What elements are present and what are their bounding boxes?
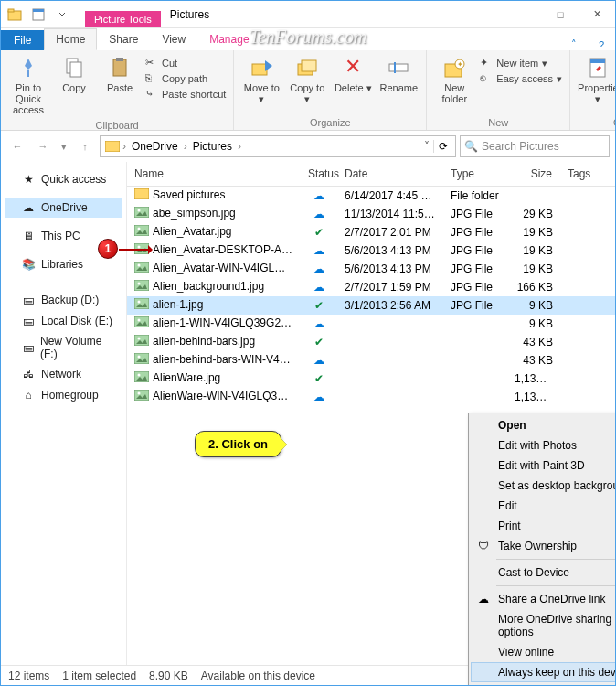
status-size: 8.90 KB	[149, 670, 188, 682]
crumb-pictures[interactable]: Pictures	[189, 140, 236, 153]
copy-label: Copy	[62, 82, 86, 93]
nav-item-onedrive[interactable]: ☁OneDrive	[5, 198, 122, 218]
img-icon	[134, 280, 149, 295]
svg-rect-11	[302, 60, 316, 71]
file-row[interactable]: abe_simpson.jpg☁11/13/2014 11:59 PMJPG F…	[127, 205, 615, 223]
svg-point-42	[138, 392, 141, 395]
nav-item-network[interactable]: 🖧Network	[5, 364, 122, 384]
menu-always-keep-on-this-device[interactable]: Always keep on this device	[471, 662, 616, 682]
menu-set-as-desktop-background[interactable]: Set as desktop background	[471, 476, 616, 496]
forward-button[interactable]: →	[32, 135, 54, 157]
menu-more-onedrive-sharing-options[interactable]: More OneDrive sharing options	[471, 609, 616, 642]
menu-print[interactable]: Print	[471, 516, 616, 536]
menu-open[interactable]: Open	[471, 415, 616, 435]
nav-item-local-disk-e-[interactable]: 🖴Local Disk (E:)	[5, 311, 122, 331]
paste-label: Paste	[107, 82, 133, 93]
file-row[interactable]: alien-1.jpg✔3/1/2013 2:56 AMJPG File9 KB	[127, 296, 615, 315]
address-dropdown[interactable]: ˅	[420, 140, 433, 153]
copy-button[interactable]: Copy	[52, 52, 96, 96]
close-button[interactable]: ✕	[579, 2, 615, 27]
file-row[interactable]: Alien_background1.jpg☁2/7/2017 1:59 PMJP…	[127, 278, 615, 296]
paste-shortcut-button[interactable]: ⤷Paste shortcut	[143, 87, 228, 102]
paste-button[interactable]: Paste	[98, 52, 142, 96]
recent-locations-button[interactable]: ▾	[58, 135, 70, 157]
address-bar[interactable]: › OneDrive › Pictures › ˅ ⟳	[100, 135, 456, 157]
pin-quick-access-button[interactable]: Pin to Quick access	[6, 52, 50, 118]
open-group-label: Open	[576, 115, 616, 128]
ribbon-help-icon[interactable]: ?	[588, 39, 615, 50]
qat-properties-icon[interactable]	[28, 5, 48, 25]
ribbon-help[interactable]: ˄	[560, 38, 588, 50]
file-tab[interactable]: File	[1, 30, 44, 50]
menu-cast-to-device[interactable]: Cast to Device▶	[471, 563, 616, 583]
menu-take-ownership[interactable]: 🛡Take Ownership	[471, 536, 616, 556]
col-status-header[interactable]: Status	[301, 162, 337, 186]
file-row[interactable]: alien-1-WIN-V4IGLQ39G2B.jpg☁9 KB	[127, 315, 615, 333]
explorer-icon	[5, 5, 25, 25]
minimize-button[interactable]: —	[505, 2, 542, 27]
copy-to-button[interactable]: Copy to ▾	[285, 52, 329, 108]
img-icon	[134, 316, 149, 331]
svg-rect-33	[134, 316, 149, 327]
refresh-button[interactable]: ⟳	[433, 140, 451, 153]
menu-edit-with-paint-3d[interactable]: Edit with Paint 3D	[471, 456, 616, 476]
menu-edit-with-photos[interactable]: Edit with Photos	[471, 435, 616, 456]
window-title: Pictures	[170, 8, 209, 21]
status-icon: ☁	[301, 316, 337, 331]
menu-view-online[interactable]: View online	[471, 642, 616, 662]
nav-item-backup-d-[interactable]: 🖴Backup (D:)	[5, 290, 122, 310]
home-tab[interactable]: Home	[44, 28, 97, 50]
col-size-header[interactable]: Size	[507, 162, 560, 186]
col-tags-header[interactable]: Tags	[560, 162, 615, 186]
search-box[interactable]: 🔍 Search Pictures	[460, 135, 610, 157]
crumb-onedrive[interactable]: OneDrive	[128, 140, 182, 153]
context-tab-group: Picture Tools	[85, 11, 161, 27]
back-button[interactable]: ←	[6, 135, 28, 157]
move-to-button[interactable]: Move to ▾	[239, 52, 283, 108]
nav-item-homegroup[interactable]: ⌂Homegroup	[5, 385, 122, 405]
new-item-button[interactable]: ✦New item ▾	[478, 56, 564, 70]
share-tab[interactable]: Share	[97, 28, 150, 50]
up-button[interactable]: ↑	[74, 135, 96, 157]
svg-rect-6	[70, 62, 81, 77]
menu-free-up-space[interactable]: Free up space	[471, 682, 616, 686]
qat-dropdown-icon[interactable]	[52, 5, 72, 25]
file-row[interactable]: Alien_Avatar-WIN-V4IGLQ39G2B.jpg☁5/6/201…	[127, 260, 615, 278]
col-name-header[interactable]: Name	[127, 162, 301, 186]
navigation-pane: ★Quick access☁OneDrive🖥This PC📚Libraries…	[1, 162, 127, 667]
file-row[interactable]: Alien_Avatar-DESKTOP-ASPAJ3E.jpg☁5/6/201…	[127, 241, 615, 260]
svg-rect-23	[134, 225, 149, 236]
new-folder-button[interactable]: ✦New folder	[432, 52, 476, 107]
svg-rect-31	[134, 298, 149, 309]
easy-access-button[interactable]: ⎋Easy access ▾	[478, 71, 564, 86]
nav-item-new-volume-f-[interactable]: 🖴New Volume (F:)	[5, 332, 122, 363]
status-icon: ☁	[301, 207, 337, 221]
file-row[interactable]: AlienWare.jpg✔1,138 KB	[127, 370, 615, 388]
context-menu: OpenEdit with PhotosEdit with Paint 3DSe…	[468, 413, 616, 686]
file-row[interactable]: alien-behind-bars-WIN-V4IGLQ39G2B.jpg☁43…	[127, 351, 615, 370]
rename-button[interactable]: Rename	[377, 52, 420, 96]
file-row[interactable]: Alien_Avatar.jpg✔2/7/2017 2:01 PMJPG Fil…	[127, 223, 615, 241]
menu-edit[interactable]: Edit	[471, 496, 616, 516]
file-row[interactable]: AlienWare-WIN-V4IGLQ39G2B.jpg☁1,138 KB	[127, 388, 615, 406]
delete-button[interactable]: ✕Delete ▾	[331, 52, 375, 97]
cut-button[interactable]: ✂Cut	[143, 56, 228, 70]
file-row[interactable]: Saved pictures☁6/14/2017 4:45 PMFile fol…	[127, 187, 615, 205]
watermark: TenForums.com	[250, 27, 367, 48]
lib-icon: 📚	[21, 257, 36, 272]
menu-share-a-onedrive-link[interactable]: ☁Share a OneDrive link	[471, 589, 616, 609]
annotation-marker-1: 1	[98, 239, 118, 259]
view-tab[interactable]: View	[150, 28, 197, 50]
svg-rect-41	[134, 390, 149, 401]
nav-item-quick-access[interactable]: ★Quick access	[5, 169, 122, 189]
properties-button[interactable]: Properties ▾	[576, 52, 616, 108]
col-type-header[interactable]: Type	[443, 162, 507, 186]
file-list: Name Status Date Type Size Tags Saved pi…	[127, 162, 615, 667]
file-row[interactable]: alien-behind-bars.jpg✔43 KB	[127, 333, 615, 351]
copy-path-button[interactable]: ⎘Copy path	[143, 71, 228, 86]
maximize-button[interactable]: □	[542, 2, 579, 27]
col-date-header[interactable]: Date	[337, 162, 443, 186]
status-icon: ☁	[301, 188, 337, 203]
svg-point-24	[138, 228, 141, 230]
status-icon: ☁	[301, 243, 337, 258]
